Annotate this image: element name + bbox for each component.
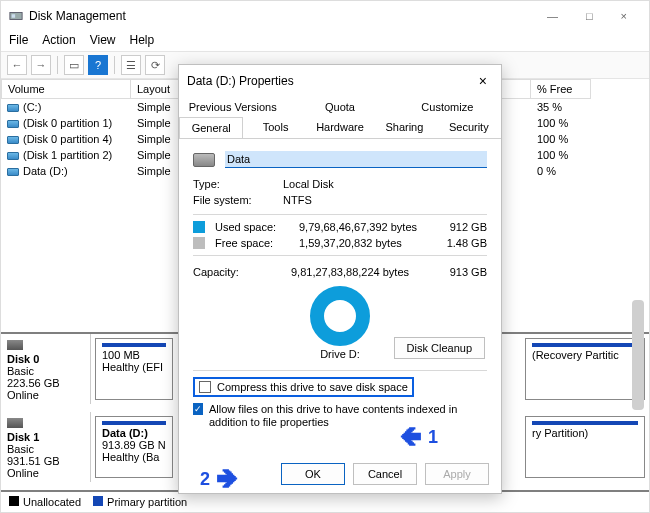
compress-highlight: Compress this drive to save disk space xyxy=(193,377,414,397)
part-status: (Recovery Partitic xyxy=(532,349,638,361)
used-label: Used space: xyxy=(215,221,295,233)
free-swatch xyxy=(193,237,205,249)
col-volume[interactable]: Volume xyxy=(1,79,131,99)
back-button[interactable]: ← xyxy=(7,55,27,75)
disk-type: Basic xyxy=(7,365,84,377)
compress-checkbox[interactable] xyxy=(199,381,211,393)
disk-size: 931.51 GB xyxy=(7,455,84,467)
list-button[interactable]: ☰ xyxy=(121,55,141,75)
disk-meta[interactable]: Disk 0 Basic 223.56 GB Online xyxy=(1,334,91,404)
app-title: Disk Management xyxy=(29,9,533,23)
cap-label: Capacity: xyxy=(193,266,291,278)
arrow-icon: 🡸 xyxy=(216,466,238,492)
annotation-1: 🡸 1 xyxy=(400,424,438,450)
type-label: Type: xyxy=(193,178,283,190)
svg-rect-1 xyxy=(12,14,16,18)
tab-previous-versions[interactable]: Previous Versions xyxy=(179,97,286,117)
part-size: 913.89 GB N xyxy=(102,439,166,451)
apply-button[interactable]: Apply xyxy=(425,463,489,485)
partition[interactable]: Data (D:) 913.89 GB N Healthy (Ba xyxy=(95,416,173,478)
partition[interactable]: (Recovery Partitic xyxy=(525,338,645,400)
disk-status: Online xyxy=(7,389,84,401)
index-checkbox[interactable]: ✓ xyxy=(193,403,203,415)
disk-name: Disk 1 xyxy=(7,431,84,443)
dialog-close-button[interactable]: × xyxy=(473,71,493,91)
partition-bar xyxy=(532,421,638,425)
fs-value: NTFS xyxy=(283,194,487,206)
drive-icon xyxy=(7,104,19,112)
legend-swatch-unallocated xyxy=(9,496,19,506)
tab-sharing[interactable]: Sharing xyxy=(372,117,436,139)
dialog-body: Type: Local Disk File system: NTFS Used … xyxy=(179,139,501,455)
legend-swatch-primary xyxy=(93,496,103,506)
part-status: ry Partition) xyxy=(532,427,638,439)
annotation-2: 2 🡸 xyxy=(200,466,238,492)
part-status: Healthy (EFI xyxy=(102,361,166,373)
disk-meta[interactable]: Disk 1 Basic 931.51 GB Online xyxy=(1,412,91,482)
close-button[interactable]: × xyxy=(607,4,641,28)
capacity-chart-icon xyxy=(310,286,370,346)
ok-button[interactable]: OK xyxy=(281,463,345,485)
type-value: Local Disk xyxy=(283,178,487,190)
fs-label: File system: xyxy=(193,194,283,206)
cap-bytes: 9,81,27,83,88,224 bytes xyxy=(291,266,427,278)
partition-bar xyxy=(532,343,638,347)
free-bytes: 1,59,37,20,832 bytes xyxy=(299,237,423,249)
compress-label: Compress this drive to save disk space xyxy=(217,381,408,393)
vol-name: (Disk 1 partition 2) xyxy=(23,149,112,161)
tab-security[interactable]: Security xyxy=(437,117,501,139)
tab-quota[interactable]: Quota xyxy=(286,97,393,117)
free-human: 1.48 GB xyxy=(427,237,487,249)
partition[interactable]: 100 MB Healthy (EFI xyxy=(95,338,173,400)
vol-name: (Disk 0 partition 1) xyxy=(23,117,112,129)
tab-tools[interactable]: Tools xyxy=(243,117,307,139)
toolbar-separator xyxy=(114,56,115,74)
maximize-button[interactable]: □ xyxy=(572,4,607,28)
cancel-button[interactable]: Cancel xyxy=(353,463,417,485)
titlebar: Disk Management — □ × xyxy=(1,1,649,31)
disk-name: Disk 0 xyxy=(7,353,84,365)
disk-status: Online xyxy=(7,467,84,479)
free-label: Free space: xyxy=(215,237,295,249)
arrow-icon: 🡸 xyxy=(400,424,422,450)
disk-icon xyxy=(7,418,23,428)
tabs-row-2: General Tools Hardware Sharing Security xyxy=(179,117,501,139)
help-button[interactable]: ? xyxy=(88,55,108,75)
refresh-button[interactable]: ⟳ xyxy=(145,55,165,75)
properties-dialog: Data (D:) Properties × Previous Versions… xyxy=(178,64,502,494)
used-bytes: 9,79,68,46,67,392 bytes xyxy=(299,221,423,233)
used-swatch xyxy=(193,221,205,233)
tabs-row-1: Previous Versions Quota Customize xyxy=(179,97,501,117)
toolbar-separator xyxy=(57,56,58,74)
minimize-button[interactable]: — xyxy=(533,4,572,28)
properties-button[interactable]: ▭ xyxy=(64,55,84,75)
dialog-titlebar: Data (D:) Properties × xyxy=(179,65,501,97)
partition[interactable]: ry Partition) xyxy=(525,416,645,478)
app-icon xyxy=(9,9,23,23)
disk-icon xyxy=(7,340,23,350)
menu-action[interactable]: Action xyxy=(42,33,75,47)
drive-icon xyxy=(7,136,19,144)
drive-name-input[interactable] xyxy=(225,151,487,168)
cap-human: 913 GB xyxy=(427,266,487,278)
menu-file[interactable]: File xyxy=(9,33,28,47)
drive-icon xyxy=(7,168,19,176)
disk-type: Basic xyxy=(7,443,84,455)
forward-button[interactable]: → xyxy=(31,55,51,75)
tab-customize[interactable]: Customize xyxy=(394,97,501,117)
vol-name: (C:) xyxy=(23,101,41,113)
menu-view[interactable]: View xyxy=(90,33,116,47)
legend-label: Unallocated xyxy=(23,496,81,508)
partition-bar xyxy=(102,421,166,425)
col-free[interactable]: % Free xyxy=(531,79,591,99)
drive-icon xyxy=(193,153,215,167)
scrollbar[interactable] xyxy=(632,300,644,410)
part-size: 100 MB xyxy=(102,349,166,361)
vol-name: (Disk 0 partition 4) xyxy=(23,133,112,145)
drive-icon xyxy=(7,152,19,160)
tab-general[interactable]: General xyxy=(179,117,243,139)
disk-size: 223.56 GB xyxy=(7,377,84,389)
menu-help[interactable]: Help xyxy=(130,33,155,47)
tab-hardware[interactable]: Hardware xyxy=(308,117,372,139)
disk-cleanup-button[interactable]: Disk Cleanup xyxy=(394,337,485,359)
